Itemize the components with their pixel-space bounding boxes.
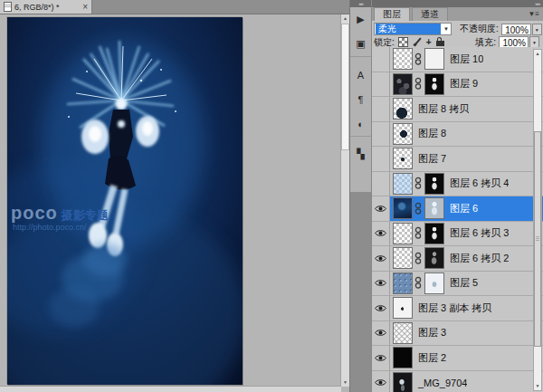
layer-thumbnail[interactable] [393,347,413,368]
layer-thumbnail[interactable] [393,73,413,95]
layer-visibility-toggle[interactable] [372,222,390,246]
layer-visibility-toggle[interactable] [372,246,390,271]
collapse-left-icon: «« [358,1,363,6]
layer-row[interactable]: 图层 3 [372,321,543,347]
mask-link[interactable] [414,276,422,290]
layers-scroll-up-icon[interactable]: ▲ [534,50,541,58]
layer-name: 图层 6 拷贝 3 [444,226,509,240]
layers-scroll-down-icon[interactable]: ▼ [534,382,541,390]
layer-row[interactable]: 图层 6 [372,196,543,222]
layer-visibility-toggle[interactable] [372,321,390,346]
layer-name: 图层 6 拷贝 2 [444,252,509,265]
layer-row[interactable]: 图层 6 拷贝 4 [372,172,543,197]
layer-visibility-toggle[interactable] [372,122,390,147]
layer-mask-thumbnail[interactable] [424,73,444,95]
layer-thumbnail[interactable] [393,372,413,392]
document-horizontal-scrollbar[interactable] [0,386,341,392]
photo-canvas[interactable]: poco 摄影专题 http://photo.poco.cn/ [7,17,243,385]
layers-scrollbar-thumb[interactable] [534,131,541,347]
layer-thumbnail[interactable] [393,173,413,195]
layer-visibility-toggle[interactable] [372,147,390,171]
layer-thumbnail[interactable] [393,322,413,344]
tab-channels[interactable]: 通道 [412,7,448,21]
layer-row[interactable]: 图层 5 [372,272,543,297]
layer-visibility-toggle[interactable] [372,72,390,97]
opacity-label: 不透明度: [460,23,499,35]
layer-thumbnail[interactable] [393,48,413,70]
layers-scrollbar[interactable]: ▲ ▼ [533,49,542,391]
lock-pixels-icon[interactable] [413,37,422,47]
character-panel-icon[interactable]: A [350,62,371,87]
styles-panel-icon[interactable]: ◐ [350,111,371,137]
scroll-up-icon[interactable]: ▲ [341,14,349,23]
opacity-input[interactable]: 100% [501,24,531,35]
tab-layers[interactable]: 图层 [374,7,410,21]
document-vertical-scrollbar[interactable]: ▲ ▼ [340,14,349,387]
layer-thumbnail[interactable] [393,272,413,294]
layer-visibility-toggle[interactable] [372,196,390,221]
paragraph-panel-icon[interactable]: ¶ [350,87,371,111]
layer-name: 图层 2 [413,351,446,365]
watermark-brand: poco [11,204,58,223]
layer-name: 图层 8 [413,127,446,140]
layer-row[interactable]: 图层 7 [372,147,543,172]
layer-row[interactable]: _MG_9704 [372,371,543,392]
layer-row[interactable]: 图层 3 副本 拷贝 [372,296,543,321]
mask-link[interactable] [414,252,422,265]
layer-mask-thumbnail[interactable] [424,173,444,195]
layer-thumbnail[interactable] [393,247,413,269]
mask-link-icon [414,77,422,91]
blend-mode-select[interactable]: 柔光 ▼ [374,23,452,35]
dock-collapse-button[interactable]: «« [350,0,371,7]
blend-mode-value: 柔光 [376,24,441,34]
layer-list: 图层 10图层 9图层 8 拷贝图层 8图层 7图层 6 拷贝 4图层 6图层 … [372,47,543,392]
layer-row[interactable]: 图层 9 [372,72,543,98]
layer-row[interactable]: 图层 8 拷贝 [372,97,543,122]
lock-all-icon[interactable] [436,37,444,47]
layer-visibility-toggle[interactable] [372,47,390,72]
layer-visibility-toggle[interactable] [372,346,390,370]
lock-transparency-icon[interactable] [398,37,408,47]
layer-row[interactable]: 图层 6 拷贝 3 [372,222,543,247]
layer-visibility-toggle[interactable] [372,371,390,392]
document-tab[interactable]: 6, RGB/8*) * × [0,0,92,14]
watermark-url: http://photo.poco.cn/ [11,224,109,232]
mask-link[interactable] [414,77,422,91]
layer-mask-thumbnail[interactable] [424,197,444,219]
layer-visibility-toggle[interactable] [372,97,390,121]
scroll-down-icon[interactable]: ▼ [341,378,349,387]
panel-collapse-button[interactable]: »» [372,0,543,7]
layer-row[interactable]: 图层 6 拷贝 2 [372,246,543,272]
layer-visibility-toggle[interactable] [372,296,390,320]
layer-thumbnail[interactable] [393,98,413,120]
panel-menu-icon[interactable]: ▼≡ [528,8,543,21]
mask-link[interactable] [414,53,422,66]
layer-mask-thumbnail[interactable] [424,223,444,244]
layer-mask-thumbnail[interactable] [424,247,444,269]
layer-thumbnail[interactable] [393,223,413,244]
layer-visibility-toggle[interactable] [372,272,390,296]
opacity-dropdown-arrow-icon[interactable]: ▼ [532,24,542,35]
layer-thumbnail[interactable] [393,148,413,169]
layer-row[interactable]: 图层 2 [372,346,543,371]
lock-position-icon[interactable]: + [426,37,432,47]
layer-mask-thumbnail[interactable] [424,48,444,70]
mask-link[interactable] [414,202,422,215]
clone-source-panel-icon[interactable]: ▚ [350,142,371,167]
pasteboard: poco 摄影专题 http://photo.poco.cn/ [0,14,341,387]
document-scrollbar-thumb[interactable] [341,24,349,150]
layer-row[interactable]: 图层 10 [372,47,543,72]
layer-mask-thumbnail[interactable] [424,272,444,294]
layer-visibility-toggle[interactable] [372,172,390,196]
layer-row[interactable]: 图层 8 [372,122,543,148]
layer-thumbnail[interactable] [393,297,413,319]
layer-comps-panel-icon[interactable]: ▣ [350,32,371,57]
layer-thumbnail[interactable] [393,123,413,145]
document-close-icon[interactable]: × [82,3,88,12]
eye-icon [375,279,386,287]
mask-link[interactable] [414,177,422,190]
layer-thumbnail[interactable] [393,197,413,219]
layer-name: 图层 6 拷贝 4 [444,177,509,190]
mask-link[interactable] [414,226,422,240]
actions-panel-icon[interactable]: ▶ [350,7,371,32]
